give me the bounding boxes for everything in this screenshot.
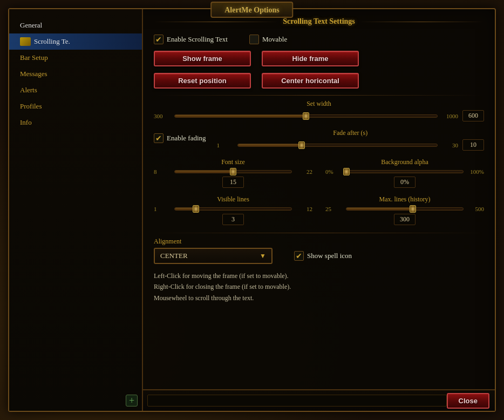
add-button[interactable]: + <box>126 395 138 407</box>
sidebar-item-bar-setup[interactable]: Bar Setup <box>9 50 142 66</box>
sidebar-nav: General Scrolling Te. Bar Setup Messages… <box>9 9 142 139</box>
bg-alpha-thumb[interactable] <box>343 168 350 175</box>
sidebar: General Scrolling Te. Bar Setup Messages… <box>9 9 143 411</box>
info-line-2: Right-Click for closing the frame (if se… <box>154 281 484 292</box>
fading-row: ✔ Enable fading Fade after (s) 1 30 10 <box>154 129 484 151</box>
fade-after-slider-row: 1 30 10 <box>217 139 484 151</box>
alignment-value: CENTER <box>160 252 188 260</box>
visible-lines-max: 12 <box>296 206 312 212</box>
movable-label: Movable <box>262 35 287 44</box>
set-width-max: 1000 <box>442 113 458 119</box>
sidebar-footer: + <box>126 395 138 407</box>
two-col-sliders-1: Font size 8 22 15 Background alpha 0% <box>154 158 484 188</box>
alignment-dropdown[interactable]: CENTER ▼ <box>154 248 273 264</box>
font-size-thumb[interactable] <box>230 168 236 175</box>
set-width-track[interactable] <box>174 114 438 118</box>
show-spell-check-icon: ✔ <box>294 251 304 261</box>
fade-after-fill <box>238 144 302 146</box>
bg-alpha-max: 100% <box>468 168 484 175</box>
bg-alpha-track[interactable] <box>346 170 464 173</box>
info-text: Left-Click for moving the frame (if set … <box>154 270 484 303</box>
fade-after-label: Fade after (s) <box>217 129 484 137</box>
alignment-section: Alignment CENTER ▼ <box>154 238 273 264</box>
max-lines-track[interactable] <box>346 207 464 211</box>
enable-row: ✔ Enable Scrolling Text Movable <box>154 35 484 44</box>
max-lines-slider-row: 25 500 <box>325 206 484 212</box>
hide-frame-button[interactable]: Hide frame <box>262 51 359 66</box>
enable-fading-label: Enable fading <box>167 134 206 143</box>
font-size-value[interactable]: 15 <box>222 177 244 188</box>
sidebar-item-messages[interactable]: Messages <box>9 66 142 82</box>
fade-after-thumb[interactable] <box>298 141 305 149</box>
sidebar-item-alerts[interactable]: Alerts <box>9 82 142 98</box>
bg-alpha-slider-row: 0% 100% <box>325 168 484 175</box>
movable-checkbox[interactable]: Movable <box>249 35 287 44</box>
max-lines-min: 25 <box>325 206 342 212</box>
bg-alpha-value[interactable]: 0% <box>394 177 416 188</box>
visible-lines-value[interactable]: 3 <box>222 214 244 225</box>
visible-lines-track[interactable] <box>174 207 292 211</box>
bottom-input[interactable] <box>147 395 447 407</box>
bg-alpha-section: Background alpha 0% 100% 0% <box>325 158 484 188</box>
sidebar-item-profiles[interactable]: Profiles <box>9 98 142 114</box>
max-lines-section: Max. lines (history) 25 500 300 <box>325 195 484 225</box>
fade-after-track[interactable] <box>237 144 438 147</box>
fade-after-value[interactable]: 10 <box>462 139 484 151</box>
visible-lines-min: 1 <box>154 206 170 212</box>
max-lines-label: Max. lines (history) <box>325 195 484 204</box>
max-lines-value[interactable]: 300 <box>394 214 416 225</box>
show-spell-icon-label: Show spell icon <box>307 252 352 260</box>
font-size-fill <box>175 171 233 173</box>
section-title: Scrolling Text Settings <box>154 17 484 26</box>
info-line-1: Left-Click for moving the frame (if set … <box>154 270 484 281</box>
fade-after-section: Fade after (s) 1 30 10 <box>217 129 484 151</box>
font-size-label: Font size <box>154 158 312 166</box>
main-window: AlertMe Options General Scrolling Te. Ba… <box>8 8 496 412</box>
enable-scrolling-checkbox[interactable]: ✔ Enable Scrolling Text <box>154 35 228 44</box>
max-lines-max: 500 <box>468 206 484 212</box>
divider-2 <box>154 233 484 233</box>
content-area: Scrolling Text Settings ✔ Enable Scrolli… <box>143 9 495 389</box>
visible-lines-slider-row: 1 12 <box>154 206 312 212</box>
center-horizontal-button[interactable]: Center horicontal <box>262 73 359 89</box>
sidebar-item-info[interactable]: Info <box>9 114 142 131</box>
frame-buttons-row: Show frame Hide frame <box>154 51 484 66</box>
scroll-icon-decoration <box>20 37 31 46</box>
font-size-track[interactable] <box>174 170 292 173</box>
alignment-spell-row: Alignment CENTER ▼ ✔ Show spell icon <box>154 238 484 264</box>
enable-scrolling-label: Enable Scrolling Text <box>167 35 228 44</box>
set-width-label: Set width <box>154 100 484 108</box>
font-size-slider-row: 8 22 <box>154 168 312 175</box>
movable-check-icon <box>249 35 259 44</box>
sidebar-item-general[interactable]: General <box>9 17 142 33</box>
position-buttons-row: Reset position Center horicontal <box>154 73 484 89</box>
set-width-thumb[interactable] <box>303 112 309 120</box>
two-col-sliders-2: Visible lines 1 12 3 Max. lines (history… <box>154 195 484 225</box>
bg-alpha-label: Background alpha <box>325 158 484 166</box>
alignment-label: Alignment <box>154 238 273 246</box>
set-width-value[interactable]: 600 <box>462 110 484 121</box>
reset-position-button[interactable]: Reset position <box>154 73 251 89</box>
visible-lines-thumb[interactable] <box>193 205 199 213</box>
max-lines-thumb[interactable] <box>410 205 416 213</box>
divider-1 <box>154 95 484 96</box>
bg-alpha-min: 0% <box>325 168 342 175</box>
fade-after-max: 30 <box>442 142 458 148</box>
close-button[interactable]: Close <box>447 393 489 409</box>
enable-scrolling-check-icon: ✔ <box>154 35 164 44</box>
enable-fading-check-icon: ✔ <box>154 133 164 143</box>
bottom-bar: Close <box>143 389 495 411</box>
sidebar-item-scrolling-text[interactable]: Scrolling Te. <box>9 33 142 50</box>
set-width-section: Set width 300 1000 600 <box>154 100 484 121</box>
show-frame-button[interactable]: Show frame <box>154 51 251 66</box>
visible-lines-label: Visible lines <box>154 195 312 204</box>
set-width-min: 300 <box>154 113 170 119</box>
show-spell-icon-checkbox[interactable]: ✔ Show spell icon <box>294 251 352 261</box>
max-lines-fill <box>346 208 413 210</box>
enable-fading-checkbox[interactable]: ✔ Enable fading <box>154 133 206 143</box>
set-width-slider-row: 300 1000 600 <box>154 110 484 121</box>
fade-after-min: 1 <box>217 142 233 148</box>
set-width-fill <box>175 115 306 117</box>
dropdown-arrow-icon: ▼ <box>260 252 266 260</box>
font-size-section: Font size 8 22 15 <box>154 158 312 188</box>
